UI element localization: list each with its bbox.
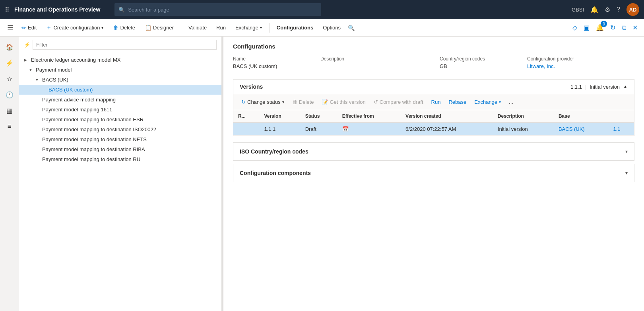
cell-effective-from: 📅 (338, 122, 401, 136)
config-components-header[interactable]: Configuration components ▾ (233, 164, 634, 182)
star-icon[interactable]: ☆ (2, 72, 17, 86)
get-this-version-button[interactable]: 📝 Get this version (318, 97, 369, 107)
tree-item-payment-model[interactable]: ▼ Payment model (19, 65, 221, 75)
trash-icon: 🗑 (292, 99, 297, 105)
chevron-right-icon: ▶ (24, 58, 29, 62)
user-label: GBSI (572, 7, 584, 13)
tree-item-payment-ru[interactable]: Payment model mapping to destination RU (19, 154, 221, 164)
chevron-down-icon: ▾ (260, 25, 262, 30)
col-effective-from[interactable]: Effective from (338, 110, 401, 122)
table-icon[interactable]: ▦ (2, 103, 17, 118)
compare-button[interactable]: ↺ Compare with draft (370, 97, 427, 107)
chevron-down-icon: ▾ (282, 100, 284, 104)
versions-header: Versions 1.1.1 | Initial version ▲ (233, 80, 634, 94)
configurations-button[interactable]: Configurations (273, 22, 317, 33)
tree-item-elma[interactable]: ▶ Electronic ledger accounting model MX (19, 55, 221, 65)
search-icon-action[interactable]: 🔍 (348, 25, 355, 31)
rebase-button[interactable]: Rebase (445, 97, 469, 107)
versions-section: Versions 1.1.1 | Initial version ▲ ↻ Cha… (233, 79, 634, 136)
validate-button[interactable]: Validate (184, 22, 211, 33)
tree-item-payment-esr[interactable]: Payment model mapping to destination ESR (19, 115, 221, 124)
help-icon[interactable]: ? (617, 6, 620, 13)
action-bar-right: ◇ ▣ 🔔 0 ↻ ⧉ ✕ (571, 22, 639, 33)
run-version-button[interactable]: Run (428, 97, 444, 107)
search-input[interactable] (128, 7, 317, 13)
diamond-icon[interactable]: ◇ (571, 22, 579, 33)
designer-button[interactable]: 📋 Designer (141, 22, 178, 33)
chevron-down-icon: ▼ (35, 78, 41, 82)
edit-button[interactable]: ✏ Edit (17, 22, 41, 33)
options-button[interactable]: Options (319, 22, 345, 33)
col-base[interactable]: Base (554, 110, 609, 122)
tree-item-payment-iso20022[interactable]: Payment model mapping to destination ISO… (19, 124, 221, 134)
cell-version-created: 6/2/2020 07:22:57 AM (401, 122, 493, 136)
notification-icon[interactable]: 🔔 (590, 6, 598, 14)
main-layout: 🏠 ⚡ ☆ 🕐 ▦ ≡ ⚡ ▶ Electronic ledger accoun… (0, 37, 644, 311)
designer-icon: 📋 (145, 25, 151, 31)
clock-icon[interactable]: 🕐 (2, 87, 17, 102)
cell-r (233, 122, 259, 136)
delete-version-button[interactable]: 🗑 Delete (289, 97, 317, 107)
trash-icon: 🗑 (113, 25, 118, 31)
col-r: R... (233, 110, 259, 122)
col-version[interactable]: Version (259, 110, 300, 122)
create-config-button[interactable]: ＋ Create configuration ▾ (42, 22, 107, 34)
maximize-icon[interactable]: ⧉ (620, 23, 628, 33)
tree-item-bacs-uk-custom[interactable]: BACS (UK custom) (19, 85, 221, 95)
calendar-icon[interactable]: 📅 (342, 126, 349, 132)
filter-icon[interactable]: ⚡ (2, 56, 17, 70)
user-avatar[interactable]: AD (627, 3, 639, 16)
divider-icon: | (585, 84, 586, 90)
tree-filter-bar: ⚡ (19, 37, 221, 53)
tree-item-payment-riba[interactable]: Payment model mapping to destination RIB… (19, 144, 221, 154)
version-badge: 1.1.1 (570, 84, 582, 90)
grid-icon[interactable]: ⠿ (5, 6, 10, 14)
sidebar-icons: 🏠 ⚡ ☆ 🕐 ▦ ≡ (0, 37, 19, 311)
iso-section-header[interactable]: ISO Country/region codes ▾ (233, 143, 634, 160)
exchange-button[interactable]: Exchange ▾ (231, 22, 266, 33)
tree-item-bacs-uk[interactable]: ▼ BACS (UK) (19, 75, 221, 85)
filter-input[interactable] (33, 40, 217, 50)
col-status[interactable]: Status (301, 110, 338, 122)
tree-item-payment-advice[interactable]: Payment advice model mapping (19, 95, 221, 105)
col-version-created[interactable]: Version created (401, 110, 493, 122)
close-icon[interactable]: ✕ (631, 22, 639, 33)
section-title: Configurations (233, 43, 634, 50)
content-panel: Configurations Name BACS (UK custom) Des… (223, 37, 644, 311)
plus-icon: ＋ (46, 24, 52, 31)
cell-base[interactable]: BACS (UK) (554, 122, 609, 136)
versions-scroll: R... Version Status Effective from Versi… (233, 110, 634, 136)
table-row[interactable]: 1.1.1 Draft 📅 6/2/2020 07:22:57 AM Initi… (233, 122, 634, 136)
hamburger-icon[interactable]: ☰ (5, 22, 16, 34)
tree-item-payment-nets[interactable]: Payment model mapping to destination NET… (19, 134, 221, 144)
edit-icon: 📝 (322, 99, 328, 105)
col-description[interactable]: Description (493, 110, 554, 122)
chevron-up-icon[interactable]: ▲ (623, 84, 628, 89)
top-nav-right: GBSI 🔔 ⚙ ? AD (572, 3, 639, 16)
field-description: Description (320, 56, 424, 71)
tree-body: ▶ Electronic ledger accounting model MX … (19, 53, 221, 311)
config-components-section: Configuration components ▾ (233, 164, 634, 182)
compare-icon: ↺ (374, 99, 378, 105)
settings-icon[interactable]: ⚙ (605, 6, 610, 14)
col-base-version (608, 110, 634, 122)
versions-toolbar: ↻ Change status ▾ 🗑 Delete 📝 Get this ve… (233, 94, 634, 110)
refresh-icon[interactable]: ↻ (609, 22, 617, 33)
chevron-down-icon: ▾ (101, 25, 103, 30)
initial-version-label: Initial version (590, 84, 620, 90)
edit-icon: ✏ (21, 25, 26, 31)
notification-count-icon[interactable]: 🔔 0 (594, 22, 605, 33)
field-provider: Configuration provider Litware, Inc. (527, 56, 599, 71)
list-icon[interactable]: ≡ (2, 119, 17, 134)
cell-base-version[interactable]: 1.1 (608, 122, 634, 136)
run-button[interactable]: Run (212, 22, 230, 33)
field-name: Name BACS (UK custom) (233, 56, 305, 71)
change-status-button[interactable]: ↻ Change status ▾ (238, 97, 287, 107)
tree-item-payment-1611[interactable]: Payment model mapping 1611 (19, 105, 221, 115)
fields-row: Name BACS (UK custom) Description Countr… (233, 56, 634, 71)
home-icon[interactable]: 🏠 (2, 40, 17, 54)
delete-button[interactable]: 🗑 Delete (109, 22, 139, 33)
panel-icon[interactable]: ▣ (582, 22, 591, 33)
exchange-version-button[interactable]: Exchange ▾ (471, 97, 504, 107)
more-options-button[interactable]: ... (506, 97, 516, 107)
